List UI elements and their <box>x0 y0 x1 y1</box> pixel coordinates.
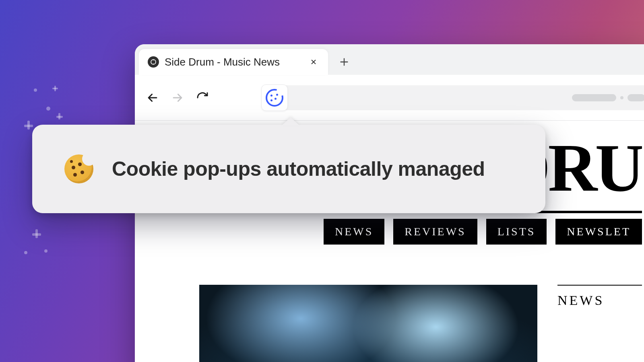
cookie-emoji-icon <box>64 154 93 183</box>
browser-tab[interactable]: Side Drum - Music News <box>139 49 328 75</box>
sparkle-icon <box>35 229 38 238</box>
sparkle-icon <box>34 88 37 92</box>
sparkle-icon <box>27 121 30 130</box>
article-hero-image <box>199 285 537 362</box>
sparkle-icon <box>46 107 50 111</box>
cookie-icon <box>266 89 283 107</box>
sparkle-icon <box>54 86 56 91</box>
popover-message: Cookie pop-ups automatically managed <box>112 157 485 181</box>
sidebar-column: NEWS <box>557 285 642 308</box>
close-tab-button[interactable] <box>308 56 319 68</box>
sidebar-heading: NEWS <box>557 293 642 308</box>
sparkle-icon <box>24 251 27 254</box>
browser-toolbar <box>135 75 644 121</box>
sparkle-icon <box>44 249 47 253</box>
nav-item-news[interactable]: NEWS <box>324 219 384 245</box>
nav-item-newsletter[interactable]: NEWSLET <box>555 219 642 245</box>
forward-button[interactable] <box>168 88 187 107</box>
cookie-popover: Cookie pop-ups automatically managed <box>32 125 545 213</box>
tab-strip: Side Drum - Music News <box>135 44 644 75</box>
back-button[interactable] <box>143 88 162 107</box>
reload-button[interactable] <box>193 88 212 107</box>
site-nav: NEWS REVIEWS LISTS NEWSLET <box>151 213 642 245</box>
cookie-protection-badge[interactable] <box>261 84 288 111</box>
sparkle-icon <box>58 113 60 119</box>
new-tab-button[interactable] <box>333 51 355 73</box>
tab-favicon-icon <box>148 56 159 68</box>
nav-item-reviews[interactable]: REVIEWS <box>393 219 477 245</box>
url-bar[interactable] <box>262 85 644 110</box>
nav-item-lists[interactable]: LISTS <box>486 219 547 245</box>
tab-title: Side Drum - Music News <box>165 56 308 68</box>
url-bar-placeholder <box>572 94 644 101</box>
